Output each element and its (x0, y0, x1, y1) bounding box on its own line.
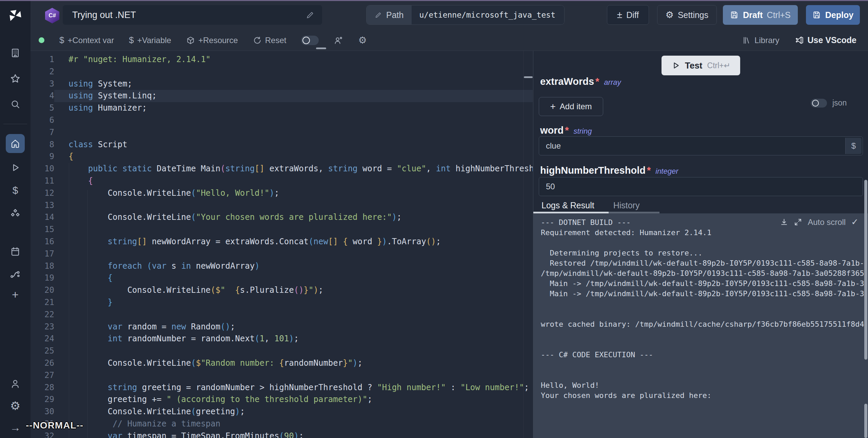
plus-icon: + (12, 289, 19, 300)
library-button[interactable]: Library (742, 36, 779, 45)
code-line: 26 Console.WriteLine($"Random number: {r… (31, 357, 533, 369)
check-icon[interactable]: ✓ (851, 217, 859, 227)
add-context-var-label: +Context var (67, 36, 114, 45)
line-number: 14 (31, 211, 54, 224)
sidebar-item-add[interactable]: + (6, 285, 25, 304)
log-line: Main -> /tmp/windmill/wk-default-89p2b-I… (541, 289, 868, 299)
sidebar-item-variables[interactable]: $ (6, 181, 25, 200)
toolbar-left-group: $ +Context var $ +Variable +Resource Res… (31, 35, 367, 45)
workspace-icon[interactable] (6, 43, 25, 62)
path-label: Path (386, 10, 403, 20)
log-line (541, 309, 868, 319)
add-context-var-button[interactable]: $ +Context var (59, 35, 114, 45)
rotate-icon (253, 36, 262, 45)
add-item-button[interactable]: + Add item (539, 97, 603, 116)
draft-label: Draft (743, 10, 763, 20)
code-line: 21 } (31, 297, 533, 309)
library-icon (742, 36, 751, 45)
horizontal-splitter-handle[interactable] (316, 47, 326, 49)
right-panel: Test Ctrl+↵ extraWords * array json + Ad… (533, 51, 868, 438)
sidebar-divider (3, 124, 27, 124)
sidebar-item-account[interactable] (6, 374, 25, 393)
reset-button[interactable]: Reset (253, 36, 287, 45)
code-lines: 1#r "nuget: Humanizer, 2.14.1"23using Sy… (31, 54, 533, 438)
download-icon[interactable] (780, 218, 788, 226)
code-line: 22 (31, 309, 533, 321)
gear-icon: ⚙ (358, 36, 367, 45)
use-vscode-label: Use VScode (807, 35, 856, 45)
tab-history[interactable]: History (613, 201, 640, 210)
line-number: 18 (31, 260, 54, 272)
test-button[interactable]: Test Ctrl+↵ (662, 56, 740, 75)
code-line: 14 Console.WriteLine("Your chosen words … (31, 211, 533, 224)
code-line: 5using Humanizer; (31, 102, 533, 114)
script-title-input[interactable]: Trying out .NET (63, 5, 322, 25)
threshold-input[interactable] (539, 177, 863, 196)
dollar-icon: $ (851, 141, 856, 151)
add-resource-label: +Resource (198, 36, 238, 45)
favorites-star-icon[interactable] (6, 69, 25, 88)
settings-label: Settings (678, 10, 708, 20)
windmill-logo[interactable] (6, 6, 25, 25)
sidebar-item-runs[interactable] (6, 158, 25, 177)
code-editor[interactable]: 1#r "nuget: Humanizer, 2.14.1"23using Sy… (31, 51, 533, 438)
settings-button[interactable]: ⚙ Settings (657, 5, 717, 25)
search-icon[interactable] (6, 95, 25, 114)
line-number: 16 (31, 236, 54, 248)
panel-vertical-scrollbar[interactable] (864, 180, 867, 360)
line-number: 7 (31, 127, 54, 139)
line-number: 5 (31, 102, 54, 114)
word-variable-picker-button[interactable]: $ (845, 138, 862, 154)
panel-splitter-handle[interactable] (524, 76, 533, 78)
arg-type: array (604, 78, 621, 87)
sidebar-item-home[interactable] (6, 134, 25, 153)
code-line: 31 // Humanize a timespan (31, 418, 533, 430)
multiplayer-icon[interactable] (334, 36, 343, 45)
log-line: Requirement detected: Humanizer 2.14.1 (541, 228, 868, 238)
toolbar-right-group: Library Use VScode (742, 35, 868, 45)
code-line: 25 (31, 345, 533, 357)
diff-mode-toggle[interactable] (301, 36, 319, 45)
sidebar-collapse-arrow[interactable]: → (6, 418, 25, 437)
log-line: wrote cached binary: /tmp/windmill/cache… (541, 319, 868, 329)
draft-button[interactable]: Draft Ctrl+S (723, 5, 798, 25)
code-line: 11 { (31, 175, 533, 187)
result-vertical-scrollbar[interactable] (864, 404, 867, 438)
library-label: Library (754, 36, 779, 45)
logs-pane[interactable]: --- DOTNET BUILD ---Requirement detected… (533, 213, 868, 438)
tab-logs-result[interactable]: Logs & Result (541, 201, 594, 210)
topbar: C# Trying out .NET Path u/etienne/micros… (31, 1, 868, 30)
add-variable-button[interactable]: $ +Variable (129, 35, 171, 45)
code-line: 3using System; (31, 78, 533, 90)
word-input[interactable] (539, 136, 863, 155)
indent-guide (69, 163, 69, 438)
editor-toolbar: $ +Context var $ +Variable +Resource Res… (31, 30, 868, 51)
json-toggle[interactable] (811, 99, 827, 108)
csharp-language-badge: C# (45, 8, 59, 23)
expand-icon[interactable] (794, 218, 802, 226)
line-number: 23 (31, 321, 54, 333)
use-vscode-button[interactable]: Use VScode (795, 35, 856, 45)
path-label-segment: Path (367, 5, 412, 24)
code-line: 30 Console.WriteLine(greeting); (31, 406, 533, 418)
vim-mode-indicator: --NORMAL-- (26, 420, 83, 431)
sidebar-item-resources[interactable] (6, 204, 25, 223)
code-line: 7 (31, 127, 533, 139)
log-line: Main -> /tmp/windmill/wk-default-89p2b-I… (541, 279, 868, 289)
arg-threshold-label: highNumberThreshold * integer (540, 165, 678, 176)
path-field[interactable]: Path u/etienne/microsoft_java_test (366, 5, 565, 25)
add-resource-button[interactable]: +Resource (186, 36, 238, 45)
arg-name: highNumberThreshold (540, 165, 646, 176)
editor-settings-icon[interactable]: ⚙ (358, 36, 367, 45)
sidebar-item-schedules[interactable] (6, 242, 25, 261)
edit-title-pencil-icon[interactable] (306, 11, 315, 19)
json-toggle-label: json (832, 98, 847, 108)
sidebar-item-settings[interactable]: ⚙ (6, 396, 25, 415)
arg-word-label: word * string (540, 125, 592, 136)
app-window: $ + ⚙ → C# Trying out .NET (0, 0, 868, 438)
line-number: 22 (31, 309, 54, 321)
deploy-button[interactable]: Deploy (806, 5, 860, 25)
sidebar-item-flows[interactable] (6, 265, 25, 284)
diff-button[interactable]: ± Diff (607, 5, 649, 25)
code-line: 16 string[] newWordArray = extraWords.Co… (31, 236, 533, 248)
